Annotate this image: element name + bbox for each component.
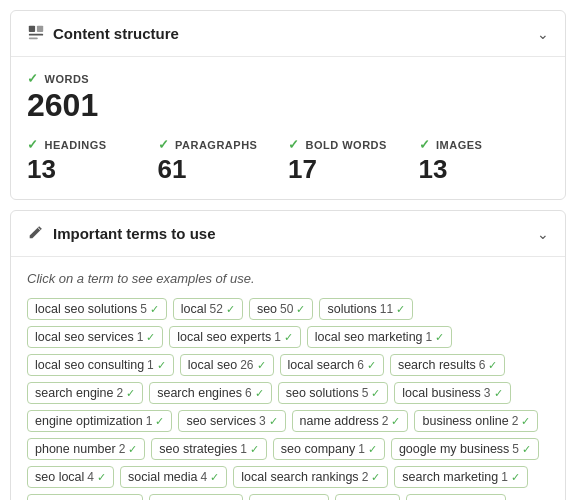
term-count: 1 — [426, 330, 433, 344]
term-tag[interactable]: local seo consulting 1 ✓ — [27, 354, 174, 376]
term-name: seo strategies — [159, 442, 237, 456]
words-check-icon: ✓ — [27, 71, 39, 86]
term-check-icon: ✓ — [226, 303, 235, 316]
term-tag[interactable]: seo 50 ✓ — [249, 298, 314, 320]
paragraphs-label: ✓ PARAGRAPHS — [158, 137, 289, 152]
term-name: google my business — [399, 442, 509, 456]
term-tag[interactable]: local seo solutions 5 ✓ — [27, 298, 167, 320]
term-name: search marketing — [402, 470, 498, 484]
term-tag[interactable]: solutions 11 ✓ — [319, 298, 413, 320]
words-label: ✓ WORDS — [27, 71, 549, 86]
term-count: 1 — [147, 358, 154, 372]
paragraphs-check-icon: ✓ — [158, 137, 170, 152]
content-structure-chevron[interactable]: ⌄ — [537, 26, 549, 42]
term-tag[interactable]: local seo experts 1 ✓ — [169, 326, 301, 348]
term-count: 1 — [146, 414, 153, 428]
term-count: 2 — [362, 470, 369, 484]
images-check-icon: ✓ — [419, 137, 431, 152]
term-name: local seo marketing — [315, 330, 423, 344]
important-terms-header: Important terms to use ⌄ — [11, 211, 565, 257]
term-tag[interactable]: name address 2 ✓ — [292, 410, 409, 432]
svg-rect-3 — [29, 37, 38, 39]
important-terms-chevron[interactable]: ⌄ — [537, 226, 549, 242]
term-tag[interactable]: seo company 1 ✓ — [273, 438, 385, 460]
content-structure-title-group: Content structure — [27, 23, 179, 44]
important-terms-section: Important terms to use ⌄ Click on a term… — [10, 210, 566, 500]
term-tag[interactable]: search results 6 ✓ — [390, 354, 506, 376]
content-structure-title: Content structure — [53, 25, 179, 42]
term-tag[interactable]: seo strategies 1 ✓ — [151, 438, 267, 460]
term-tag[interactable]: seo local 4 ✓ — [27, 466, 114, 488]
words-value: 2601 — [27, 88, 549, 123]
term-count: 52 — [210, 302, 223, 316]
term-tag[interactable]: seo solutions 5 ✓ — [278, 382, 389, 404]
term-name: search engines — [157, 386, 242, 400]
term-check-icon: ✓ — [126, 387, 135, 400]
term-tag[interactable]: phone number 2 ✓ — [27, 438, 145, 460]
term-count: 3 — [484, 386, 491, 400]
term-tag[interactable]: search engines 6 ✓ — [149, 382, 271, 404]
term-check-icon: ✓ — [250, 443, 259, 456]
term-name: local seo solutions — [35, 302, 137, 316]
term-tag[interactable]: business 37 ✓ — [149, 494, 243, 500]
term-count: 1 — [240, 442, 247, 456]
term-check-icon: ✓ — [157, 359, 166, 372]
term-tag[interactable]: seo services 3 ✓ — [178, 410, 285, 432]
term-tag[interactable]: local seo 26 ✓ — [180, 354, 274, 376]
term-tag[interactable]: social media 4 ✓ — [120, 466, 227, 488]
term-tag[interactable]: local search rankings 2 ✓ — [233, 466, 388, 488]
term-name: local search rankings — [241, 470, 358, 484]
term-name: local seo experts — [177, 330, 271, 344]
term-count: 50 — [280, 302, 293, 316]
svg-rect-2 — [29, 34, 43, 36]
term-tag[interactable]: google my business 5 ✓ — [391, 438, 539, 460]
term-name: seo company — [281, 442, 355, 456]
term-check-icon: ✓ — [296, 303, 305, 316]
term-check-icon: ✓ — [269, 415, 278, 428]
term-name: local seo services — [35, 330, 134, 344]
term-tag[interactable]: google search 1 ✓ — [27, 494, 143, 500]
bold-words-value: 17 — [288, 154, 419, 185]
term-name: seo local — [35, 470, 84, 484]
images-value: 13 — [419, 154, 550, 185]
term-name: local seo consulting — [35, 358, 144, 372]
term-name: search results — [398, 358, 476, 372]
terms-hint: Click on a term to see examples of use. — [27, 271, 549, 286]
term-tag[interactable]: engine optimization 1 ✓ — [27, 410, 172, 432]
term-tag[interactable]: local business 3 ✓ — [394, 382, 510, 404]
paragraphs-metric: ✓ PARAGRAPHS 61 — [158, 137, 289, 185]
term-check-icon: ✓ — [150, 303, 159, 316]
term-tag[interactable]: business online 2 ✓ — [414, 410, 538, 432]
images-label: ✓ IMAGES — [419, 137, 550, 152]
words-metric: ✓ WORDS 2601 — [27, 71, 549, 123]
bold-words-metric: ✓ BOLD WORDS 17 — [288, 137, 419, 185]
headings-value: 13 — [27, 154, 158, 185]
important-terms-title: Important terms to use — [53, 225, 216, 242]
term-check-icon: ✓ — [521, 415, 530, 428]
term-tag[interactable]: local seo marketing 1 ✓ — [307, 326, 452, 348]
term-name: solutions — [327, 302, 376, 316]
term-check-icon: ✓ — [488, 359, 497, 372]
term-tag[interactable]: local 52 ✓ — [173, 298, 243, 320]
term-tag[interactable]: website 6 ✓ — [249, 494, 329, 500]
term-check-icon: ✓ — [97, 471, 106, 484]
term-check-icon: ✓ — [128, 443, 137, 456]
term-name: social media — [128, 470, 197, 484]
term-name: search engine — [35, 386, 114, 400]
term-check-icon: ✓ — [367, 359, 376, 372]
term-tag[interactable]: local seo services 1 ✓ — [27, 326, 163, 348]
pencil-icon — [27, 223, 45, 244]
term-tag[interactable]: businesses 4 ✓ — [406, 494, 506, 500]
term-name: local business — [402, 386, 481, 400]
term-tag[interactable]: one 17 ✓ — [335, 494, 400, 500]
term-tag[interactable]: search engine 2 ✓ — [27, 382, 143, 404]
term-check-icon: ✓ — [368, 443, 377, 456]
content-structure-section: Content structure ⌄ ✓ WORDS 2601 ✓ HEADI… — [10, 10, 566, 200]
term-check-icon: ✓ — [511, 471, 520, 484]
term-count: 11 — [380, 302, 393, 316]
term-count: 2 — [119, 442, 126, 456]
term-tag[interactable]: local search 6 ✓ — [280, 354, 384, 376]
term-tag[interactable]: search marketing 1 ✓ — [394, 466, 528, 488]
term-count: 5 — [512, 442, 519, 456]
content-structure-header: Content structure ⌄ — [11, 11, 565, 57]
